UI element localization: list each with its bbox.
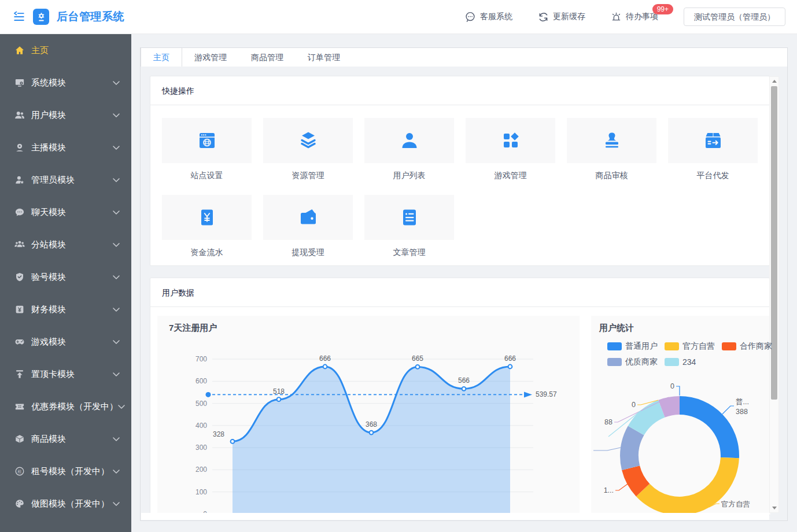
sidebar-item-4[interactable]: 管理员模块	[0, 164, 131, 196]
quick-action-tile	[162, 195, 252, 240]
sidebar-item-9[interactable]: 游戏模块	[0, 326, 131, 358]
scroll-down-icon[interactable]	[770, 504, 778, 512]
sidebar-item-5[interactable]: 聊天模块	[0, 196, 131, 228]
chevron-down-icon	[113, 113, 120, 117]
svg-text:1...: 1...	[604, 486, 614, 494]
alarm-icon	[611, 12, 622, 23]
legend-marker	[665, 342, 679, 350]
sidebar-item-14[interactable]: 做图模块（开发中）	[0, 487, 131, 520]
goods-icon	[14, 433, 25, 445]
coupon-icon	[14, 401, 25, 412]
quick-action-4[interactable]: 商品审核	[567, 118, 656, 181]
donut-legend: 普通用户官方自营合作商家优质商家234	[607, 341, 769, 372]
article-icon	[399, 207, 420, 228]
header-action-1[interactable]: 更新缓存	[538, 12, 585, 23]
sidebar-item-label: 用户模块	[31, 110, 66, 121]
sidebar-item-label: 财务模块	[31, 304, 66, 315]
user-menu-button[interactable]: 测试管理员（管理员）	[684, 8, 785, 26]
legend-item-1[interactable]: 官方自营	[665, 341, 715, 352]
quick-action-tile	[567, 118, 656, 163]
quick-action-2[interactable]: 用户列表	[364, 118, 454, 181]
chevron-down-icon	[113, 178, 120, 182]
sidebar: 主页系统模块用户模块主播模块管理员模块聊天模块分站模块验号模块财务模块游戏模块置…	[0, 34, 131, 532]
header-actions: 客服系统更新缓存待办事项99+测试管理员（管理员）	[464, 8, 797, 26]
legend-item-3[interactable]: 优质商家	[607, 357, 658, 367]
chevron-down-icon	[113, 146, 120, 150]
chat-bubble-icon	[464, 11, 476, 23]
header-action-label: 更新缓存	[553, 12, 585, 22]
quick-action-tile	[668, 118, 758, 163]
scrollbar-thumb[interactable]	[771, 86, 777, 400]
donut-chart-panel: 用户统计 00881...官方自营普...388 普通用户官方自营合作商家优质商…	[591, 316, 770, 515]
user-data-title: 用户数据	[150, 278, 769, 307]
sidebar-item-1[interactable]: 系统模块	[0, 66, 131, 99]
sidebar-item-7[interactable]: 验号模块	[0, 261, 131, 293]
svg-text:388: 388	[736, 408, 748, 416]
header-action-0[interactable]: 客服系统	[464, 11, 512, 23]
svg-text:666: 666	[319, 354, 331, 363]
quick-action-8[interactable]: 文章管理	[364, 195, 454, 258]
quick-action-6[interactable]: 资金流水	[162, 195, 252, 258]
legend-item-4[interactable]: 234	[665, 357, 696, 367]
users-icon	[14, 109, 25, 121]
svg-text:666: 666	[504, 354, 516, 363]
tab-0[interactable]: 主页	[141, 48, 182, 67]
sidebar-item-label: 主页	[31, 45, 49, 56]
tab-1[interactable]: 游戏管理	[182, 48, 239, 66]
funds-flow-icon	[197, 207, 217, 228]
sidebar-item-10[interactable]: 置顶卡模块	[0, 358, 131, 390]
chevron-down-icon	[113, 437, 120, 441]
quick-action-label: 站点设置	[162, 171, 252, 181]
sidebar-item-8[interactable]: 财务模块	[0, 293, 131, 326]
quick-action-5[interactable]: 平台代发	[668, 118, 758, 181]
header-left: 后台管理系统	[0, 9, 124, 25]
header-action-2[interactable]: 待办事项99+	[611, 12, 658, 23]
quick-action-7[interactable]: 提现受理	[263, 195, 353, 258]
legend-item-0[interactable]: 普通用户	[607, 341, 658, 352]
sidebar-item-label: 验号模块	[31, 272, 66, 283]
vertical-scrollbar[interactable]	[769, 76, 779, 513]
sidebar-item-3[interactable]: 主播模块	[0, 131, 131, 164]
sidebar-item-0[interactable]: 主页	[0, 34, 131, 66]
legend-label: 普通用户	[625, 341, 658, 352]
legend-label: 234	[682, 357, 696, 367]
scroll-up-icon[interactable]	[770, 77, 778, 86]
tab-2[interactable]: 商品管理	[239, 48, 296, 66]
svg-text:500: 500	[195, 400, 207, 408]
quick-action-3[interactable]: 游戏管理	[466, 118, 555, 181]
gamepad-icon	[14, 336, 25, 348]
sidebar-item-13[interactable]: 租租号模块（开发中）	[0, 455, 131, 487]
donut-chart-title: 用户统计	[599, 323, 634, 334]
legend-marker	[722, 342, 736, 350]
legend-item-2[interactable]: 合作商家	[722, 341, 772, 352]
legend-marker	[607, 342, 622, 350]
line-chart-panel: 7天注册用户 7006005004003002001000539.5732851…	[157, 316, 580, 515]
legend-marker	[607, 358, 622, 366]
sidebar-item-6[interactable]: 分站模块	[0, 228, 131, 261]
chevron-down-icon	[113, 502, 120, 506]
sidebar-item-label: 管理员模块	[31, 175, 75, 186]
sidebar-collapse-icon[interactable]	[13, 10, 25, 23]
quick-action-0[interactable]: 站点设置	[162, 118, 252, 181]
sidebar-item-12[interactable]: 商品模块	[0, 423, 131, 455]
sidebar-item-2[interactable]: 用户模块	[0, 99, 131, 131]
svg-text:租: 租	[17, 469, 22, 474]
tab-3[interactable]: 订单管理	[296, 48, 352, 66]
svg-text:566: 566	[458, 376, 470, 385]
sidebar-item-label: 做图模块（开发中）	[31, 498, 109, 509]
svg-text:0: 0	[632, 401, 636, 409]
sidebar-item-11[interactable]: 优惠券模块（开发中）	[0, 390, 131, 423]
quick-action-1[interactable]: 资源管理	[263, 118, 353, 181]
legend-label: 优质商家	[625, 357, 658, 367]
svg-text:539.57: 539.57	[536, 390, 557, 398]
sidebar-item-label: 商品模块	[31, 434, 66, 445]
svg-text:300: 300	[195, 444, 207, 452]
chevron-down-icon	[113, 340, 120, 344]
sidebar-item-label: 主播模块	[31, 142, 66, 153]
quick-action-label: 资源管理	[263, 171, 353, 181]
legend-label: 合作商家	[740, 341, 772, 352]
chevron-down-icon	[113, 275, 120, 279]
sidebar-menu: 主页系统模块用户模块主播模块管理员模块聊天模块分站模块验号模块财务模块游戏模块置…	[0, 34, 131, 520]
shield-check-icon	[14, 271, 25, 283]
horizontal-scrollbar-track[interactable]	[141, 513, 769, 520]
